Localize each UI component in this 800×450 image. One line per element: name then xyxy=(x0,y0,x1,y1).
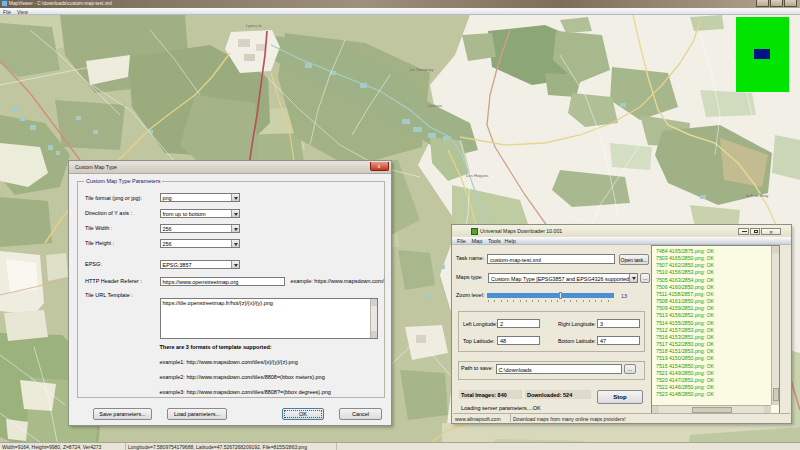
svg-text:la F.-in-Bray: la F.-in-Bray xyxy=(746,193,769,198)
svg-text:Le Tronquay: Le Tronquay xyxy=(410,67,434,72)
svg-text:Lyons-la: Lyons-la xyxy=(246,23,262,28)
svg-text:Les Hogues: Les Hogues xyxy=(466,173,488,178)
svg-text:Lorleau: Lorleau xyxy=(428,103,443,108)
